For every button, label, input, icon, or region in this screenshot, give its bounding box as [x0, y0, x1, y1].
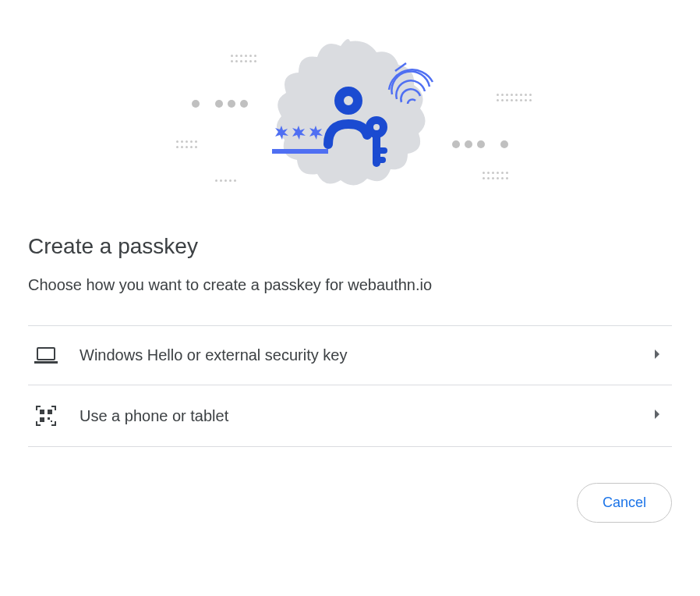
dialog-title: Create a passkey	[28, 234, 672, 259]
svg-rect-8	[40, 417, 44, 422]
passkey-options-list: Windows Hello or external security key	[28, 325, 672, 447]
svg-rect-10	[51, 420, 52, 422]
passkey-hero-illustration	[28, 23, 672, 203]
svg-rect-0	[272, 149, 328, 154]
svg-rect-5	[34, 361, 58, 364]
svg-rect-4	[37, 348, 55, 360]
passkey-illustration-icon	[241, 27, 459, 199]
option-label: Windows Hello or external security key	[80, 346, 631, 364]
dialog-description: Choose how you want to create a passkey …	[28, 276, 672, 294]
option-label: Use a phone or tablet	[80, 407, 631, 425]
cancel-button[interactable]: Cancel	[577, 483, 672, 523]
svg-rect-6	[40, 410, 44, 414]
chevron-right-icon	[653, 409, 666, 423]
svg-rect-9	[48, 417, 50, 420]
option-phone-tablet[interactable]: Use a phone or tablet	[28, 385, 672, 447]
svg-rect-7	[48, 410, 52, 414]
qr-icon	[34, 406, 58, 426]
laptop-icon	[34, 347, 58, 364]
chevron-right-icon	[653, 349, 666, 363]
option-windows-hello[interactable]: Windows Hello or external security key	[28, 326, 672, 385]
